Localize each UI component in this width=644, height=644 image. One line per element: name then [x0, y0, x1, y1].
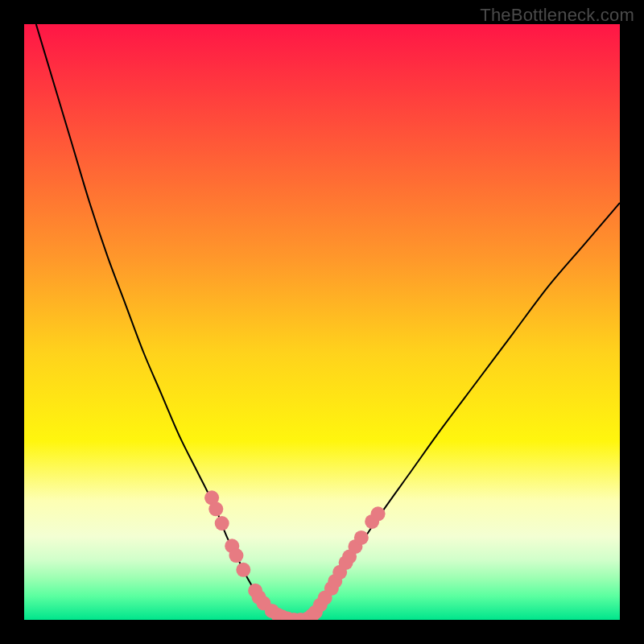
chart-plot-area [24, 24, 620, 620]
chart-background [24, 24, 620, 620]
gpu-point [229, 548, 243, 563]
watermark-text: TheBottleneck.com [480, 5, 634, 26]
gpu-point [208, 502, 223, 516]
chart-frame: TheBottleneck.com [0, 0, 644, 644]
gpu-point [215, 516, 229, 530]
gpu-point [236, 563, 250, 577]
gpu-point [371, 506, 386, 521]
gpu-point [354, 530, 369, 545]
chart-svg [24, 24, 620, 620]
